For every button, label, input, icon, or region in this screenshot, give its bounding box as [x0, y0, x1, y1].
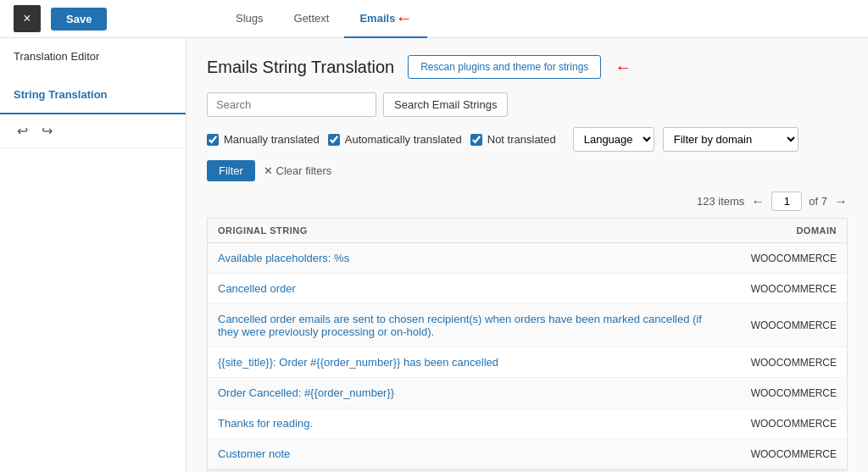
search-email-strings-button[interactable]: Search Email Strings — [383, 92, 508, 117]
table-row[interactable]: Available placeholders: %sWOOCOMMERCE — [208, 243, 848, 274]
domain-cell: WOOCOMMERCE — [729, 304, 848, 347]
not-translated-group: Not translated — [470, 133, 556, 146]
top-bar: × Save Slugs Gettext Emails ← — [0, 0, 868, 38]
string-cell: {{site_title}}: Order #{{order_number}} … — [208, 347, 729, 378]
tab-arrow-indicator: ← — [395, 8, 412, 28]
total-pages-label: of 7 — [809, 195, 827, 208]
page-number-input[interactable] — [771, 192, 802, 211]
page-title: Emails String Translation — [207, 58, 394, 77]
pagination-row: 123 items ← of 7 → — [207, 192, 848, 211]
domain-cell: WOOCOMMERCE — [729, 408, 848, 439]
sidebar-item-string-translation[interactable]: String Translation — [0, 76, 186, 114]
string-cell: Customer note — [208, 439, 729, 469]
manually-translated-label: Manually translated — [224, 133, 320, 146]
table-row[interactable]: Customer noteWOOCOMMERCE — [208, 439, 848, 469]
sidebar-item-translation-editor[interactable]: Translation Editor — [0, 38, 186, 76]
sidebar-nav: Translation Editor String Translation — [0, 38, 186, 114]
automatically-translated-checkbox[interactable] — [328, 134, 340, 146]
rescan-button[interactable]: Rescan plugins and theme for strings — [408, 55, 601, 79]
col-header-original-string: ORIGINAL STRING — [208, 219, 729, 243]
automatically-translated-group: Automatically translated — [328, 133, 462, 146]
prev-page-arrow[interactable]: ← — [751, 194, 765, 209]
string-cell: Order Cancelled: #{{order_number}} — [208, 378, 729, 408]
items-count: 123 items — [697, 195, 744, 208]
table-row[interactable]: Order Cancelled: #{{order_number}}WOOCOM… — [208, 378, 848, 408]
table-row[interactable]: {{site_title}}: Order #{{order_number}} … — [208, 347, 848, 378]
manually-translated-checkbox[interactable] — [207, 134, 219, 146]
domain-cell: WOOCOMMERCE — [729, 439, 848, 469]
search-row: Search Email Strings — [207, 92, 848, 117]
table-row[interactable]: Thanks for reading.WOOCOMMERCE — [208, 408, 848, 439]
not-translated-checkbox[interactable] — [470, 134, 482, 146]
string-cell: Thanks for reading. — [208, 408, 729, 439]
filters-row: Manually translated Automatically transl… — [207, 127, 848, 181]
tab-gettext[interactable]: Gettext — [279, 0, 345, 38]
language-select[interactable]: Language — [573, 127, 654, 152]
string-cell: Cancelled order — [208, 274, 729, 304]
clear-filters-link[interactable]: ✕ Clear filters — [264, 164, 331, 177]
sidebar: Translation Editor String Translation ↩ … — [0, 38, 186, 472]
table-row[interactable]: Cancelled order emails are sent to chose… — [208, 304, 848, 347]
save-button[interactable]: Save — [51, 8, 107, 31]
top-tabs: Slugs Gettext Emails ← — [220, 0, 427, 38]
table-row[interactable]: Cancelled orderWOOCOMMERCE — [208, 274, 848, 304]
forward-arrow[interactable]: ↪ — [38, 121, 56, 141]
close-icon: × — [23, 11, 31, 26]
sidebar-controls: ↩ ↪ — [0, 114, 186, 148]
string-cell: Available placeholders: %s — [208, 243, 729, 274]
back-arrow[interactable]: ↩ — [14, 121, 31, 141]
search-input[interactable] — [207, 92, 376, 117]
automatically-translated-label: Automatically translated — [345, 133, 462, 146]
next-page-arrow[interactable]: → — [834, 194, 848, 209]
close-button[interactable]: × — [14, 5, 41, 32]
rescan-arrow-indicator: ← — [615, 58, 632, 77]
page-header: Emails String Translation Rescan plugins… — [207, 55, 848, 79]
domain-select[interactable]: Filter by domain — [663, 127, 798, 152]
manually-translated-group: Manually translated — [207, 133, 320, 146]
domain-cell: WOOCOMMERCE — [729, 347, 848, 378]
tab-emails[interactable]: Emails ← — [344, 0, 427, 38]
layout: Translation Editor String Translation ↩ … — [0, 38, 868, 472]
domain-cell: WOOCOMMERCE — [729, 378, 848, 408]
tab-slugs[interactable]: Slugs — [220, 0, 279, 38]
col-header-domain: DOMAIN — [729, 219, 848, 243]
string-cell: Cancelled order emails are sent to chose… — [208, 304, 729, 347]
domain-cell: WOOCOMMERCE — [729, 274, 848, 304]
not-translated-label: Not translated — [487, 133, 556, 146]
strings-table: ORIGINAL STRING DOMAIN Available placeho… — [207, 218, 848, 469]
domain-cell: WOOCOMMERCE — [729, 243, 848, 274]
main-content: Emails String Translation Rescan plugins… — [186, 38, 868, 472]
filter-button[interactable]: Filter — [207, 160, 255, 181]
